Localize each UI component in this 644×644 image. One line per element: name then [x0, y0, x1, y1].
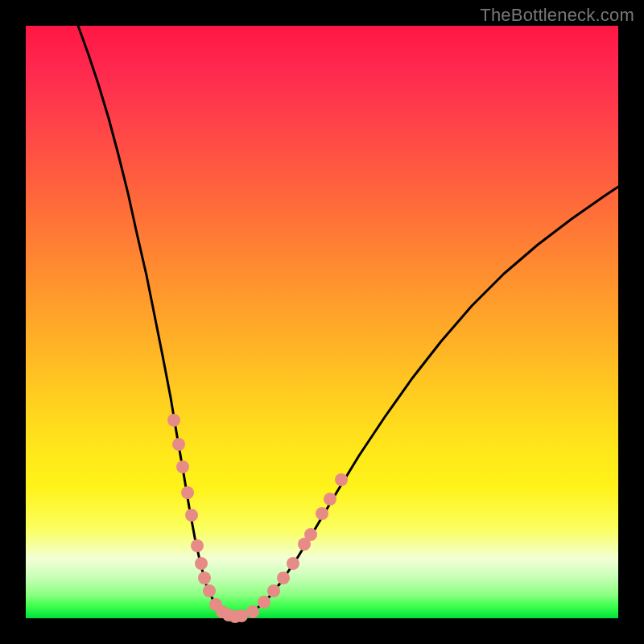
valley-markers	[167, 414, 348, 623]
valley-marker-dot	[185, 509, 198, 522]
valley-marker-dot	[316, 507, 328, 520]
valley-marker-dot	[324, 493, 336, 506]
chart-frame: TheBottleneck.com	[0, 0, 644, 644]
chart-plot-area	[26, 26, 618, 618]
valley-marker-dot	[195, 557, 208, 570]
valley-marker-dot	[167, 414, 180, 427]
curve-left-branch	[78, 26, 237, 617]
valley-marker-dot	[235, 609, 248, 622]
valley-marker-dot	[172, 438, 185, 451]
valley-marker-dot	[191, 539, 204, 552]
attribution-text: TheBottleneck.com	[480, 5, 634, 26]
valley-marker-dot	[181, 486, 194, 499]
valley-marker-dot	[304, 528, 317, 541]
valley-marker-dot	[277, 572, 290, 584]
valley-marker-dot	[287, 557, 299, 570]
valley-marker-dot	[335, 473, 348, 486]
curve-right-branch	[237, 187, 618, 617]
valley-marker-dot	[246, 605, 259, 618]
valley-marker-dot	[203, 584, 216, 597]
valley-marker-dot	[258, 596, 270, 609]
chart-svg	[26, 26, 618, 618]
valley-marker-dot	[198, 572, 211, 584]
valley-marker-dot	[176, 460, 189, 473]
valley-marker-dot	[267, 584, 280, 597]
